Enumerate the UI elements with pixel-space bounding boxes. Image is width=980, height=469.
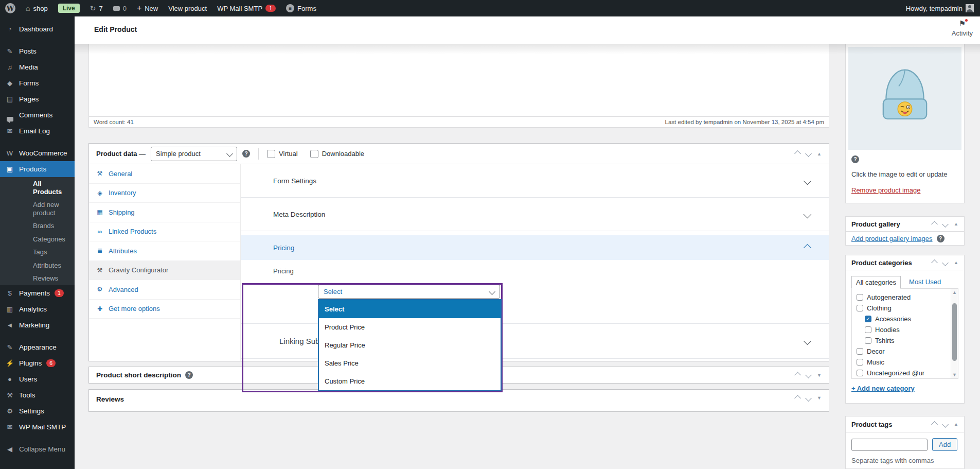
add-new-category-link[interactable]: + Add new category (851, 385, 915, 392)
sidebar-item-media[interactable]: ♫ Media (0, 59, 75, 75)
category-checkbox[interactable] (857, 305, 863, 311)
toggle-panel-icon[interactable]: ▼ (817, 395, 822, 401)
category-checkbox[interactable] (865, 326, 871, 333)
sidebar-item-products[interactable]: ▣ Products (0, 161, 75, 177)
virtual-checkbox-row[interactable]: Virtual (267, 150, 298, 158)
sidebar-subitem-reviews[interactable]: Reviews (0, 272, 75, 285)
category-uncategorized[interactable]: Uncategorized @ur (857, 368, 951, 378)
forms-menu[interactable]: ≡ Forms (281, 0, 322, 16)
category-tshirts[interactable]: Tshirts (865, 335, 951, 346)
sidebar-item-posts[interactable]: ✎ Posts (0, 43, 75, 59)
add-tag-button[interactable]: Add (932, 438, 957, 451)
move-up-icon[interactable] (931, 221, 938, 228)
category-autogenerated[interactable]: Autogenerated (857, 292, 951, 303)
move-down-icon[interactable] (805, 150, 812, 157)
sidebar-item-analytics[interactable]: ▥ Analytics (0, 301, 75, 317)
category-music[interactable]: Music (857, 357, 951, 368)
tab-attributes[interactable]: ≣ Attributes (89, 241, 240, 261)
move-down-icon[interactable] (942, 421, 949, 428)
toggle-panel-icon[interactable]: ▲ (954, 260, 958, 265)
site-name-link[interactable]: ⌂ shop (21, 0, 53, 16)
meta-description-section[interactable]: Meta Description (241, 198, 829, 231)
category-accessories[interactable]: Accessories (865, 314, 951, 324)
category-checkbox[interactable] (865, 316, 871, 322)
sidebar-item-collapse-menu[interactable]: ◀ Collapse Menu (0, 441, 75, 457)
product-type-select[interactable]: Simple product (151, 147, 237, 161)
sidebar-subitem-all-products[interactable]: All Products (0, 177, 75, 198)
sidebar-item-users[interactable]: ● Users (0, 371, 75, 387)
pricing-option-product-price[interactable]: Product Price (319, 318, 501, 336)
tab-advanced[interactable]: ⚙ Advanced (89, 280, 240, 300)
pricing-option-custom-price[interactable]: Custom Price (319, 372, 501, 390)
product-tags-header[interactable]: Product tags ▲ (846, 416, 964, 432)
move-up-icon[interactable] (931, 259, 938, 266)
updates-link[interactable]: ↻ 7 (85, 0, 108, 16)
downloadable-checkbox-row[interactable]: Downloadable (310, 150, 364, 158)
product-gallery-header[interactable]: Product gallery ▲ (846, 217, 964, 232)
sidebar-item-forms[interactable]: ◆ Forms (0, 75, 75, 91)
category-clothing[interactable]: Clothing (857, 303, 951, 314)
tab-linked-products[interactable]: ∞ Linked Products (89, 222, 240, 242)
category-decor[interactable]: Decor (857, 346, 951, 357)
sidebar-item-tools[interactable]: ⚒ Tools (0, 387, 75, 403)
toggle-panel-icon[interactable]: ▲ (954, 422, 958, 427)
wp-mail-smtp-menu[interactable]: WP Mail SMTP 1 (212, 0, 281, 16)
my-account-menu[interactable]: Howdy, tempadmin (906, 0, 974, 16)
new-content-menu[interactable]: + New (132, 0, 163, 16)
sidebar-item-settings[interactable]: ⚙ Settings (0, 403, 75, 419)
sidebar-item-appearance[interactable]: ✎ Appearance (0, 339, 75, 355)
form-settings-section[interactable]: Form Settings (241, 164, 829, 198)
move-down-icon[interactable] (805, 372, 812, 378)
tab-gravity-configurator[interactable]: ⚒ Gravity Configurator (89, 261, 240, 281)
category-hoodies[interactable]: Hoodies (865, 324, 951, 335)
move-down-icon[interactable] (942, 221, 949, 228)
pricing-type-select[interactable]: Select (318, 285, 500, 299)
pricing-option-regular-price[interactable]: Regular Price (319, 336, 501, 354)
tab-most-used[interactable]: Most Used (909, 278, 941, 288)
sidebar-item-dashboard[interactable]: ◔ Dashboard (0, 21, 75, 37)
product-categories-header[interactable]: Product categories ▲ (846, 255, 964, 270)
product-image[interactable] (848, 47, 961, 150)
sidebar-subitem-attributes[interactable]: Attributes (0, 259, 75, 272)
tab-shipping[interactable]: ▦ Shipping (89, 203, 240, 222)
scrollbar-thumb[interactable] (952, 303, 957, 361)
sidebar-item-marketing[interactable]: ◄ Marketing (0, 317, 75, 333)
add-gallery-images-link[interactable]: Add product gallery images (851, 235, 933, 242)
pricing-section[interactable]: Pricing (241, 235, 829, 260)
scroll-down-icon[interactable]: ▼ (952, 372, 957, 377)
move-up-icon[interactable] (794, 395, 801, 402)
toggle-panel-icon[interactable]: ▼ (817, 373, 822, 378)
tags-input[interactable] (851, 439, 928, 451)
product-image-help-icon[interactable]: ? (851, 155, 859, 163)
sidebar-item-wp-mail-smtp[interactable]: ✉ WP Mail SMTP (0, 419, 75, 435)
tab-inventory[interactable]: ◈ Inventory (89, 184, 240, 203)
comments-link[interactable]: 0 (108, 0, 132, 16)
activity-button[interactable]: ⚑ Activity (952, 19, 973, 37)
sidebar-item-comments[interactable]: Comments (0, 107, 75, 123)
pricing-option-sales-price[interactable]: Sales Price (319, 354, 501, 372)
virtual-checkbox[interactable] (267, 150, 275, 158)
sidebar-subitem-tags[interactable]: Tags (0, 246, 75, 259)
sidebar-item-pages[interactable]: ▤ Pages (0, 91, 75, 107)
remove-product-image-link[interactable]: Remove product image (851, 186, 958, 194)
tab-all-categories[interactable]: All categories (851, 276, 901, 289)
view-product-link[interactable]: View product (163, 0, 212, 16)
tab-general[interactable]: ⚒ General (89, 164, 240, 184)
gallery-help-icon[interactable]: ? (937, 235, 945, 242)
sidebar-item-plugins[interactable]: ⚡ Plugins 6 (0, 355, 75, 371)
category-checkbox[interactable] (857, 359, 863, 366)
sidebar-item-email-log[interactable]: ✉ Email Log (0, 123, 75, 139)
sidebar-item-woocommerce[interactable]: W WooCommerce (0, 145, 75, 161)
sidebar-subitem-brands[interactable]: Brands (0, 219, 75, 233)
move-up-icon[interactable] (794, 150, 801, 157)
category-checkbox[interactable] (857, 294, 863, 301)
move-up-icon[interactable] (931, 421, 938, 428)
pricing-option-select[interactable]: Select (319, 300, 501, 318)
toggle-panel-icon[interactable]: ▲ (954, 221, 958, 227)
scroll-up-icon[interactable]: ▲ (952, 290, 957, 295)
sidebar-item-payments[interactable]: $ Payments 1 (0, 285, 75, 301)
short-description-help-icon[interactable]: ? (185, 371, 193, 379)
move-down-icon[interactable] (805, 395, 812, 402)
toggle-panel-icon[interactable]: ▲ (817, 151, 822, 157)
move-down-icon[interactable] (942, 259, 949, 266)
